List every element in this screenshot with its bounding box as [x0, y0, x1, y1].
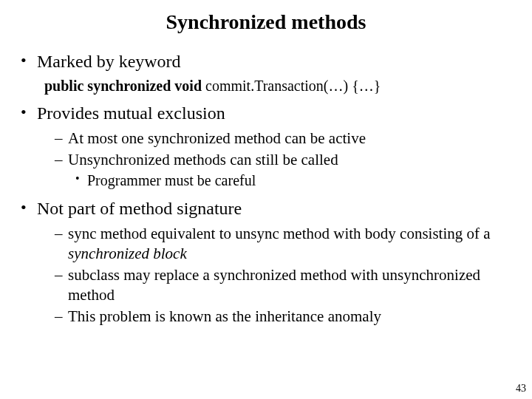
bullet-mutual-exclusion: Provides mutual exclusion — [18, 102, 514, 124]
sub-subclass-replace: subclass may replace a synchronized meth… — [55, 265, 514, 305]
bullet-list: Marked by keyword public synchronized vo… — [18, 50, 514, 327]
slide-title: Synchronized methods — [18, 10, 514, 34]
sub-list-signature: sync method equivalent to unsync method … — [18, 224, 514, 326]
code-rest: commit.Transaction(…) {…} — [202, 78, 381, 94]
sub-at-most-one: At most one synchronized method can be a… — [55, 129, 514, 149]
subsub-container: Programmer must be careful — [55, 171, 514, 191]
sub-list-mutual: At most one synchronized method can be a… — [18, 129, 514, 190]
code-keywords: public synchronized void — [44, 78, 202, 94]
slide: Synchronized methods Marked by keyword p… — [0, 0, 532, 399]
sub-inheritance-anomaly: This problem is known as the inheritance… — [55, 307, 514, 327]
subsub-list: Programmer must be careful — [55, 171, 514, 191]
code-example: public synchronized void commit.Transact… — [18, 77, 514, 95]
page-number: 43 — [516, 383, 526, 395]
bullet-not-part-signature: Not part of method signature — [18, 197, 514, 219]
sub-unsynchronized: Unsynchronized methods can still be call… — [55, 150, 514, 170]
code-line: public synchronized void commit.Transact… — [18, 77, 514, 95]
bullet-marked-by-keyword: Marked by keyword — [18, 50, 514, 72]
sub-sync-block-italic: synchronized block — [68, 245, 187, 262]
sub-sync-equivalent: sync method equivalent to unsync method … — [55, 224, 514, 264]
sub-list-container: At most one synchronized method can be a… — [18, 129, 514, 190]
sub-list-container-2: sync method equivalent to unsync method … — [18, 224, 514, 326]
subsub-programmer-careful: Programmer must be careful — [75, 171, 514, 191]
sub-sync-equiv-text: sync method equivalent to unsync method … — [68, 225, 491, 242]
